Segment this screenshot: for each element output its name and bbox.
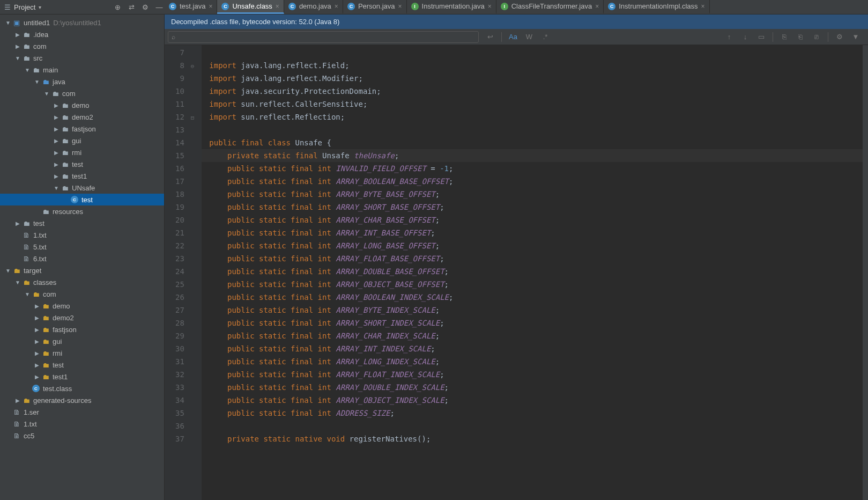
tree-item-resources[interactable]: 🖿resources [0,205,164,217]
select-icon[interactable]: ▭ [756,33,766,41]
line-number[interactable]: 31 [175,355,195,368]
line-number[interactable]: 9 [175,72,195,85]
line-number[interactable]: 22 [175,239,195,252]
line-number[interactable]: 11 [175,98,195,111]
code-line[interactable]: public static final int ARRAY_SHORT_INDE… [202,317,868,329]
expand-arrow-icon[interactable]: ▼ [43,91,50,97]
code-line[interactable]: public static final int ARRAY_FLOAT_BASE… [202,252,868,265]
code-line[interactable]: public static final int ARRAY_LONG_INDEX… [202,355,868,368]
tree-item-demo2[interactable]: ▶🖿demo2 [0,312,164,323]
tree-item-com[interactable]: ▶🖿com [0,40,164,52]
settings-icon[interactable]: ⚙ [140,3,151,11]
line-number[interactable]: 34 [175,394,195,407]
expand-arrow-icon[interactable]: ▶ [33,362,41,368]
find-input[interactable] [179,33,475,41]
code-editor[interactable]: 7 8 ⊖9 10 11 12 ⊟13 14 15 16 17 18 19 20… [165,45,868,500]
code-line[interactable]: public static final int ARRAY_DOUBLE_BAS… [202,265,868,278]
tree-item-6-txt[interactable]: 🗎6.txt [0,253,164,264]
close-icon[interactable]: × [276,3,279,10]
remove-selection-icon[interactable]: ⎚ [812,33,821,41]
tree-item-main[interactable]: ▼🖿main [0,64,164,76]
find-input-wrap[interactable]: ⌕ [168,31,479,43]
close-icon[interactable]: × [398,3,402,10]
up-arrow-icon[interactable]: ↑ [724,33,734,41]
code-line[interactable]: public static final int ARRAY_BOOLEAN_BA… [202,175,868,188]
code-line[interactable]: import java.security.ProtectionDomain; [202,85,868,98]
expand-arrow-icon[interactable]: ▶ [14,43,21,49]
expand-arrow-icon[interactable]: ▼ [24,291,31,297]
line-number[interactable]: 15 [175,149,195,162]
hide-icon[interactable]: — [154,3,165,11]
expand-arrow-icon[interactable]: ▶ [33,350,41,356]
match-case-icon[interactable]: Aa [508,33,518,41]
tree-item-untitled1[interactable]: ▼▣untitled1D:\yos\untitled1 [0,17,164,28]
tree-item-demo[interactable]: ▶🖿demo [0,99,164,111]
expand-arrow-icon[interactable]: ▶ [53,114,60,120]
expand-arrow-icon[interactable]: ▼ [53,185,60,191]
project-dropdown-icon[interactable]: ▾ [39,4,41,10]
tab-instrumentationimpl-class[interactable]: CInstrumentationImpl.class× [604,0,709,14]
line-number[interactable]: 20 [175,214,195,226]
line-number[interactable]: 17 [175,175,195,188]
expand-arrow-icon[interactable]: ▼ [4,20,12,26]
gutter[interactable]: 7 8 ⊖9 10 11 12 ⊟13 14 15 16 17 18 19 20… [165,45,202,500]
tree-item-java[interactable]: ▼🖿java [0,76,164,87]
tree-item-demo2[interactable]: ▶🖿demo2 [0,111,164,123]
tree-item-gui[interactable]: ▶🖿gui [0,135,164,146]
tree-item-test[interactable]: ▶🖿test [0,158,164,170]
expand-arrow-icon[interactable]: ▼ [14,280,21,285]
expand-arrow-icon[interactable]: ▶ [33,303,41,309]
line-number[interactable]: 26 [175,291,195,304]
expand-arrow-icon[interactable]: ▶ [53,102,60,108]
tree-item-fastjson[interactable]: ▶🖿fastjson [0,323,164,335]
expand-arrow-icon[interactable]: ▼ [24,67,31,73]
expand-arrow-icon[interactable]: ▼ [14,55,21,61]
code-line[interactable]: public static final int ARRAY_DOUBLE_IND… [202,381,868,394]
expand-arrow-icon[interactable]: ▼ [33,79,41,85]
code-line[interactable]: private static native void registerNativ… [202,432,868,445]
line-number[interactable]: 10 [175,85,195,98]
tab-test-java[interactable]: Ctest.java× [165,0,217,14]
code-line[interactable]: public static final int ARRAY_BOOLEAN_IN… [202,291,868,304]
expand-arrow-icon[interactable]: ▶ [14,398,21,403]
line-number[interactable]: 8 ⊖ [175,59,195,72]
code-line[interactable]: private static final Unsafe theUnsafe; [202,149,868,162]
line-number[interactable]: 23 [175,252,195,265]
tree-item-5-txt[interactable]: 🗎5.txt [0,241,164,253]
close-icon[interactable]: × [335,3,338,10]
code-line[interactable]: public static final int ARRAY_SHORT_BASE… [202,201,868,214]
code-line[interactable]: public static final int ARRAY_INT_INDEX_… [202,342,868,355]
expand-arrow-icon[interactable]: ▶ [53,138,60,144]
expand-arrow-icon[interactable]: ▶ [53,161,60,167]
tree-item-com[interactable]: ▼🖿com [0,87,164,99]
tree-item-generated-sources[interactable]: ▶🖿generated-sources [0,394,164,406]
line-number[interactable]: 32 [175,368,195,381]
line-number[interactable]: 7 [175,46,195,59]
code-line[interactable]: import java.lang.reflect.Modifier; [202,72,868,85]
close-icon[interactable]: × [595,3,599,10]
tree-item-test[interactable]: Ctest [0,194,164,205]
code-line[interactable] [202,420,868,432]
code-line[interactable]: import java.lang.reflect.Field; [202,59,868,72]
tab-demo-java[interactable]: Cdemo.java× [284,0,343,14]
expand-arrow-icon[interactable]: ▶ [33,315,41,321]
expand-arrow-icon[interactable]: ▶ [53,150,60,156]
tree-item-test1[interactable]: ▶🖿test1 [0,371,164,383]
line-number[interactable]: 37 [175,432,195,445]
line-number[interactable]: 35 [175,407,195,420]
tree-item-classes[interactable]: ▼🖿classes [0,276,164,288]
tree-item-1-ser[interactable]: 🗎1.ser [0,406,164,418]
line-number[interactable]: 21 [175,226,195,239]
code-line[interactable] [202,123,868,136]
code-line[interactable]: public static final int ARRAY_CHAR_BASE_… [202,214,868,226]
tree-item-gui[interactable]: ▶🖿gui [0,335,164,347]
tree-item-demo[interactable]: ▶🖿demo [0,300,164,312]
close-icon[interactable]: × [701,3,705,10]
tree-item-rmi[interactable]: ▶🖿rmi [0,146,164,158]
tree-item-target[interactable]: ▼🖿target [0,264,164,276]
line-number[interactable]: 30 [175,342,195,355]
expand-arrow-icon[interactable]: ▶ [33,327,41,333]
down-arrow-icon[interactable]: ↓ [740,33,750,41]
tree-item-test1[interactable]: ▶🖿test1 [0,170,164,182]
tree-item-com[interactable]: ▼🖿com [0,288,164,300]
